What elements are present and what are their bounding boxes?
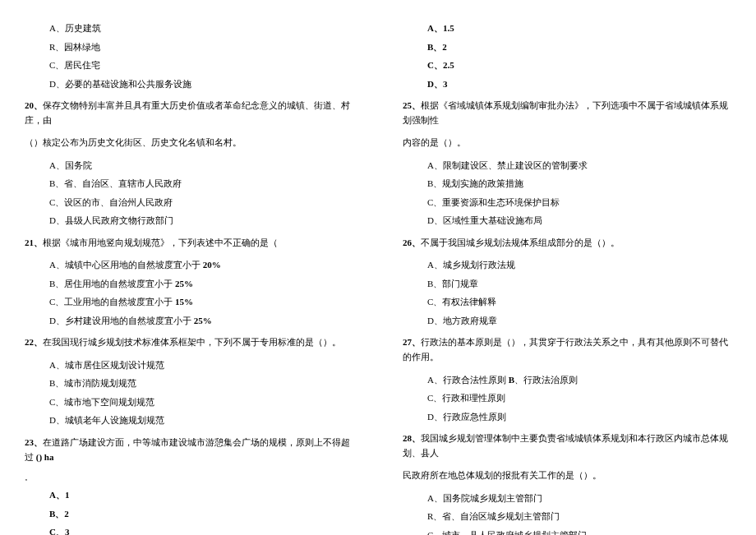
q27-number: 27、	[403, 337, 421, 347]
q23-dot: 。	[25, 473, 353, 483]
q25-number: 25、	[403, 100, 421, 110]
q23-option-b: B、2	[49, 507, 353, 521]
q27-text: 行政法的基本原则是（），其贯穿于行政法关系之中，具有其他原则不可替代的作用。	[403, 337, 728, 362]
q25-option-b: B、规划实施的政策措施	[427, 177, 731, 191]
q23-number: 23、	[25, 437, 43, 447]
q26-text: 不属于我国城乡规划法规体系组成部分的是（）。	[421, 238, 620, 247]
q26-option-d: D、地方政府规章	[427, 314, 731, 328]
q28-number: 28、	[403, 433, 421, 443]
q27-option-ab: A、行政合法性原则 B、行政法治原则	[427, 373, 731, 387]
q19-option-b: R、园林绿地	[49, 40, 353, 54]
q21-option-b: B、居住用地的自然坡度宜小于 25%	[49, 277, 353, 291]
q20-option-d: D、县级人民政府文物行政部门	[49, 214, 353, 228]
q24-option-a: A、1.5	[427, 21, 731, 35]
q19-option-a: A、历史建筑	[49, 21, 353, 35]
q26-stem: 26、不属于我国城乡规划法规体系组成部分的是（）。	[403, 236, 731, 251]
q28-option-c: C、城市、县人民政府城乡规划主管部门	[427, 528, 731, 535]
q24-option-c: C、2.5	[427, 58, 731, 72]
q24-option-b: B、2	[427, 40, 731, 54]
left-column: A、历史建筑 R、园林绿地 C、居民住宅 D、必要的基础设施和公共服务设施 20…	[0, 0, 378, 535]
q20-number: 20、	[25, 100, 43, 110]
q23-ha: () ha	[36, 452, 54, 462]
q22-stem: 22、在我国现行城乡规划技术标准体系框架中，下列不属于专用标准的是（）。	[25, 335, 353, 350]
q21-option-c: C、工业用地的自然坡度宜小于 15%	[49, 295, 353, 309]
q26-option-a: A、城乡规划行政法规	[427, 258, 731, 272]
q25-option-d: D、区域性重大基础设施布局	[427, 214, 731, 228]
q28-option-b: R、省、自治区城乡规划主管部门	[427, 510, 731, 523]
q26-number: 26、	[403, 238, 421, 247]
q28-option-a: A、国务院城乡规划主管部门	[427, 491, 731, 505]
q22-option-a: A、城市居住区规划设计规范	[49, 358, 353, 372]
q21-stem: 21、根据《城市用地竖向规划规范》，下列表述中不正确的是（	[25, 236, 353, 251]
q27-option-c: C、行政和理性原则	[427, 391, 731, 405]
q25-text-line1: 根据《省域城镇体系规划编制审批办法》，下列选项中不属于省域城镇体系规划强制性	[403, 100, 728, 125]
q23-option-a: A、1	[49, 488, 353, 502]
q20-option-c: C、设区的市、自治州人民政府	[49, 196, 353, 210]
q21-option-a: A、城镇中心区用地的自然坡度宜小于 20%	[49, 258, 353, 272]
q23-text-line1: 在道路广场建设方面，中等城市建设城市游憩集会广场的规模，原则上不得超过	[25, 437, 350, 462]
q25-option-a: A、限制建设区、禁止建设区的管制要求	[427, 159, 731, 173]
q20-stem: 20、保存文物特别丰富并且具有重大历史价值或者革命纪念意义的城镇、街道、村庄，由	[25, 99, 353, 127]
q22-option-d: D、城镇老年人设施规划规范	[49, 413, 353, 427]
q21-option-d: D、乡村建设用地的自然坡度宜小于 25%	[49, 314, 353, 328]
q22-text: 在我国现行城乡规划技术标准体系框架中，下列不属于专用标准的是（）。	[43, 337, 341, 347]
q20-text-line2: （）核定公布为历史文化街区、历史文化名镇和名村。	[25, 136, 353, 150]
q21-number: 21、	[25, 238, 43, 247]
q28-text-line1: 我国城乡规划管理体制中主要负责省域城镇体系规划和本行政区内城市总体规划、县人	[403, 433, 728, 458]
q19-option-c: C、居民住宅	[49, 58, 353, 72]
q22-number: 22、	[25, 337, 43, 347]
q27-stem: 27、行政法的基本原则是（），其贯穿于行政法关系之中，具有其他原则不可替代的作用…	[403, 335, 731, 364]
q20-option-a: A、国务院	[49, 159, 353, 173]
q20-text-line1: 保存文物特别丰富并且具有重大历史价值或者革命纪念意义的城镇、街道、村庄，由	[25, 100, 350, 125]
q26-option-c: C、有权法律解释	[427, 295, 731, 309]
q22-option-c: C、城市地下空间规划规范	[49, 395, 353, 409]
q21-text: 根据《城市用地竖向规划规范》，下列表述中不正确的是（	[43, 238, 278, 247]
q19-option-d: D、必要的基础设施和公共服务设施	[49, 77, 353, 91]
q25-stem: 25、根据《省域城镇体系规划编制审批办法》，下列选项中不属于省域城镇体系规划强制…	[403, 99, 731, 127]
q23-option-c: C、3	[49, 525, 353, 535]
q28-text-line2: 民政府所在地总体规划的报批有关工作的是（）。	[403, 468, 731, 483]
q28-stem: 28、我国城乡规划管理体制中主要负责省域城镇体系规划和本行政区内城市总体规划、县…	[403, 431, 731, 460]
q22-option-b: B、城市消防规划规范	[49, 376, 353, 390]
q24-option-d: D、3	[427, 77, 731, 91]
q27-option-d: D、行政应急性原则	[427, 410, 731, 424]
q25-option-c: C、重要资源和生态环境保护目标	[427, 196, 731, 210]
q23-stem: 23、在道路广场建设方面，中等城市建设城市游憩集会广场的规模，原则上不得超过 (…	[25, 436, 353, 464]
right-column: A、1.5 B、2 C、2.5 D、3 25、根据《省域城镇体系规划编制审批办法…	[378, 0, 756, 535]
q25-text-line2: 内容的是（）。	[403, 136, 731, 150]
q26-option-b: B、部门规章	[427, 277, 731, 291]
q20-option-b: B、省、自治区、直辖市人民政府	[49, 177, 353, 191]
